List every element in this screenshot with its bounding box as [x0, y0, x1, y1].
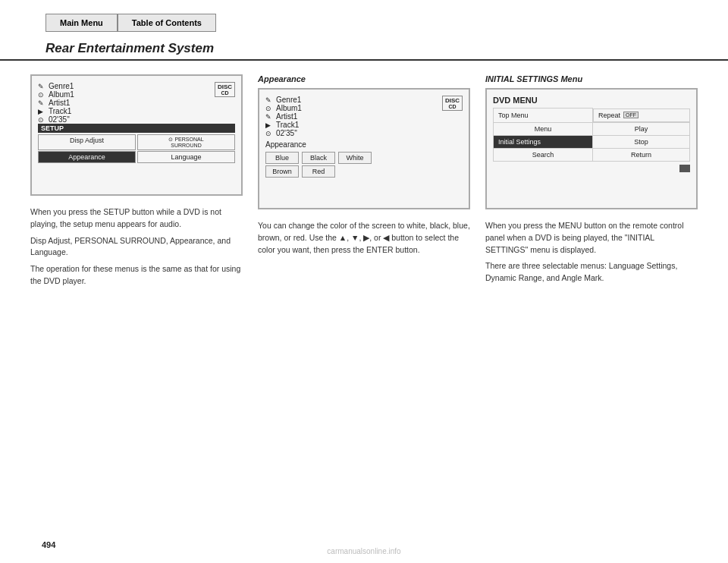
cell-return: Return [592, 148, 689, 161]
col1-screen: ✎ Genre1 ⊙ Album1 ✎ Artist1 ▶ [30, 74, 243, 196]
dvd-menu-row-4: Search Return [494, 148, 690, 161]
track-name-3: Artist1 [49, 99, 70, 107]
col2-track-item-4: ▶ Track1 [265, 121, 442, 129]
track-item-5: ⊙ 02'35" [38, 115, 215, 124]
dvd-menu-table: Top Menu Repeat OFF Menu Play Initial Se… [493, 108, 690, 162]
disc-label-2: DISC [445, 97, 460, 104]
personal-surround: ⊙ PERSONALSURROUND [137, 134, 235, 150]
disc-label-1: DISC [218, 83, 232, 90]
color-grid: Blue Black White Brown Red [265, 152, 463, 178]
track-name-2: Album1 [49, 90, 74, 99]
main-menu-btn[interactable]: Main Menu [46, 14, 118, 32]
col1-para1: When you press the SETUP button while a … [30, 206, 243, 231]
col2-para1: You can change the color of the screen t… [258, 220, 470, 256]
col3-dvd-menu-screen: DVD MENU Top Menu Repeat OFF Menu Play [493, 96, 690, 172]
dvd-menu-row-3: Initial Settings Stop [494, 135, 690, 148]
col3-header: INITIAL SETTINGS Menu [485, 74, 698, 83]
col3-body: When you press the MENU button on the re… [485, 220, 698, 289]
col1-dvd-screen: ✎ Genre1 ⊙ Album1 ✎ Artist1 ▶ [38, 82, 235, 163]
cell-menu: Menu [494, 122, 593, 135]
col3-screen: DVD MENU Top Menu Repeat OFF Menu Play [485, 88, 698, 209]
language-cell: Language [137, 151, 235, 163]
color-row-1: Blue Black White [265, 152, 463, 164]
setup-row-1: Disp Adjust ⊙ PERSONALSURROUND [38, 134, 235, 150]
color-brown[interactable]: Brown [265, 165, 299, 178]
cell-stop: Stop [592, 135, 689, 148]
track-icon-2: ⊙ [38, 91, 46, 99]
track-icon-5: ⊙ [38, 116, 46, 124]
track-item-4: ▶ Track1 [38, 107, 215, 115]
disp-adjust: Disp Adjust [38, 134, 136, 150]
dvd-menu-footer [493, 165, 690, 172]
col2: Appearance ✎ Genre1 ⊙ Album1 [258, 74, 470, 292]
color-row-2: Brown Red [265, 165, 463, 178]
col3: INITIAL SETTINGS Menu DVD MENU Top Menu … [485, 74, 698, 292]
col2-header: Appearance [258, 74, 470, 83]
col2-track-item-3: ✎ Artist1 [265, 112, 442, 121]
color-black[interactable]: Black [302, 152, 335, 164]
appearance-cell: Appearance [38, 151, 136, 163]
color-red[interactable]: Red [302, 165, 335, 178]
col2-track-item-2: ⊙ Album1 [265, 104, 442, 112]
table-of-contents-btn[interactable]: Table of Contents [118, 14, 216, 32]
col2-track-item-1: ✎ Genre1 [265, 96, 442, 104]
col1-body: When you press the SETUP button while a … [30, 206, 243, 292]
setup-row-2: Appearance Language [38, 151, 235, 163]
col2-track-item-5: ⊙ 02'35" [265, 129, 442, 137]
cell-top-menu: Top Menu [494, 109, 593, 123]
track-item-2: ⊙ Album1 [38, 90, 215, 99]
col2-screen: ✎ Genre1 ⊙ Album1 ✎ Artist1 ▶ [258, 88, 470, 209]
section-title: Rear Entertainment System [0, 38, 728, 61]
track-name-5: 02'35" [49, 115, 70, 124]
dvd-menu-icon [679, 165, 690, 172]
dvd-menu-row-2: Menu Play [494, 122, 690, 135]
dvd-menu-row-1: Top Menu Repeat OFF [494, 109, 690, 123]
col1-para2: Disp Adjust, PERSONAL SURROUND, Appearan… [30, 235, 243, 259]
col3-para1: When you press the MENU button on the re… [485, 220, 698, 256]
track-item-3: ✎ Artist1 [38, 99, 215, 107]
col2-dvd-screen: ✎ Genre1 ⊙ Album1 ✎ Artist1 ▶ [265, 96, 463, 178]
cell-initial-settings: Initial Settings [494, 135, 593, 148]
disc-sub-2: CD [445, 104, 460, 109]
track-item-1: ✎ Genre1 [38, 82, 215, 90]
cell-search: Search [494, 148, 593, 161]
setup-bar-1: SETUP [38, 124, 235, 133]
color-white[interactable]: White [338, 152, 372, 164]
track-icon-1: ✎ [38, 83, 46, 90]
col2-body: You can change the color of the screen t… [258, 220, 470, 260]
color-blue[interactable]: Blue [265, 152, 299, 164]
main-content: ✎ Genre1 ⊙ Album1 ✎ Artist1 ▶ [0, 61, 728, 306]
track-icon-3: ✎ [38, 99, 46, 107]
col3-para2: There are three selectable menus: Langua… [485, 260, 698, 285]
disc-sub-1: CD [218, 90, 232, 96]
top-nav: Main Menu Table of Contents [0, 8, 728, 38]
track-icon-4: ▶ [38, 108, 46, 115]
col1-para3: The operation for these menus is the sam… [30, 263, 243, 288]
off-badge: OFF [623, 112, 639, 118]
watermark: carmanualsonline.info [0, 547, 728, 555]
track-name-4: Track1 [49, 107, 71, 115]
dvd-menu-title: DVD MENU [493, 96, 690, 105]
cell-play: Play [592, 122, 689, 135]
appearance-section-label: Appearance [265, 140, 463, 149]
track-name-1: Genre1 [49, 82, 74, 90]
cell-repeat: Repeat OFF [593, 109, 690, 122]
col1: ✎ Genre1 ⊙ Album1 ✎ Artist1 ▶ [30, 74, 243, 292]
